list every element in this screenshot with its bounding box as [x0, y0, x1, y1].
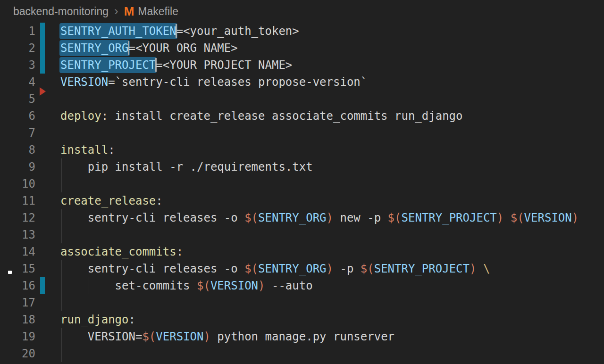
code-text[interactable]: install:: [60, 141, 115, 158]
line-number[interactable]: 16: [0, 277, 35, 294]
code-text[interactable]: pip install -r ./requirements.txt: [60, 158, 313, 175]
code-token: : install create_release associate_commi…: [101, 109, 463, 123]
code-token: SENTRY_PROJECT: [402, 211, 497, 224]
makefile-icon: M: [124, 4, 134, 19]
code-token: [503, 211, 510, 224]
line-number[interactable]: 6: [0, 108, 35, 124]
code-token: SENTRY_PROJECT: [374, 262, 470, 275]
code-token: :: [176, 245, 183, 258]
line-number[interactable]: 7: [0, 124, 35, 141]
code-text[interactable]: SENTRY_PROJECT=<YOUR PROJECT NAME>: [60, 57, 292, 74]
code-line-18[interactable]: 18run_django:: [0, 311, 604, 328]
line-number[interactable]: 5: [0, 91, 35, 108]
code-text[interactable]: create_release:: [60, 192, 163, 209]
line-number[interactable]: 9: [0, 158, 35, 175]
code-token: VERSION: [60, 75, 108, 89]
code-token: $(: [142, 330, 156, 343]
line-number[interactable]: 2: [0, 40, 35, 57]
line-number[interactable]: 4: [0, 74, 35, 91]
code-line-13[interactable]: 13: [0, 226, 604, 243]
code-text[interactable]: SENTRY_ORG=<YOUR ORG NAME>: [60, 40, 238, 57]
modified-line-indicator: [40, 277, 45, 294]
code-line-17[interactable]: 17: [0, 294, 604, 311]
code-token: associate_commits: [60, 245, 176, 258]
code-token: -p: [333, 262, 361, 275]
code-line-6[interactable]: 6deploy: install create_release associat…: [0, 108, 604, 124]
code-text[interactable]: run_django:: [60, 311, 135, 328]
line-number[interactable]: 10: [0, 175, 35, 192]
code-token: create_release: [60, 194, 156, 207]
code-line-10[interactable]: 10: [0, 175, 604, 192]
code-token: set-commits: [60, 279, 197, 292]
line-number[interactable]: 19: [0, 328, 35, 345]
code-token: sentry-cli releases -o: [60, 262, 244, 275]
code-text[interactable]: VERSION=`sentry-cli releases propose-ver…: [60, 74, 367, 91]
code-line-19[interactable]: 19 VERSION=$(VERSION) python manage.py r…: [0, 328, 604, 345]
code-token: ): [497, 211, 503, 224]
code-text[interactable]: SENTRY_AUTH_TOKEN=<your_auth_token>: [60, 23, 299, 40]
code-line-7[interactable]: 7: [0, 124, 604, 141]
code-text[interactable]: sentry-cli releases -o $(SENTRY_ORG) -p …: [60, 260, 490, 277]
code-line-9[interactable]: 9 pip install -r ./requirements.txt: [0, 158, 604, 175]
line-number[interactable]: 15: [0, 260, 35, 277]
code-token: SENTRY_ORG: [258, 211, 327, 224]
code-token: VERSION: [156, 330, 203, 343]
code-token: :: [129, 313, 135, 326]
code-line-15[interactable]: 15 sentry-cli releases -o $(SENTRY_ORG) …: [0, 260, 604, 277]
modified-line-indicator: [40, 57, 45, 74]
code-token: VERSION: [210, 279, 258, 292]
code-token: ): [203, 330, 210, 343]
code-token: \: [483, 262, 490, 275]
line-number[interactable]: 18: [0, 311, 35, 328]
code-line-12[interactable]: 12 sentry-cli releases -o $(SENTRY_ORG) …: [0, 209, 604, 226]
line-number[interactable]: 14: [0, 243, 35, 260]
code-line-16[interactable]: 16 set-commits $(VERSION) --auto: [0, 277, 604, 294]
line-number[interactable]: 1: [0, 23, 35, 40]
code-token: $(: [361, 262, 374, 275]
code-line-20[interactable]: 20: [0, 345, 604, 362]
code-token: $(: [388, 211, 402, 224]
line-number[interactable]: 8: [0, 141, 35, 158]
code-text[interactable]: VERSION=$(VERSION) python manage.py runs…: [60, 328, 394, 345]
modified-line-indicator: [40, 23, 45, 40]
code-token: $(: [244, 262, 258, 275]
code-line-5[interactable]: 5: [0, 91, 604, 108]
line-number[interactable]: 3: [0, 57, 35, 74]
code-token: [476, 262, 483, 275]
code-line-8[interactable]: 8install:: [0, 141, 604, 158]
code-token: :: [156, 194, 162, 207]
code-area[interactable]: 1SENTRY_AUTH_TOKEN=<your_auth_token>2SEN…: [0, 23, 604, 362]
line-number[interactable]: 11: [0, 192, 35, 209]
code-text[interactable]: associate_commits:: [60, 243, 183, 260]
editor-window: backend-monitoring › M Makefile 1SENTRY_…: [0, 0, 604, 364]
chevron-right-icon: ›: [114, 4, 118, 18]
code-token: $(: [197, 279, 210, 292]
code-token: ): [327, 211, 333, 224]
breadcrumb-folder[interactable]: backend-monitoring: [13, 5, 109, 18]
code-text[interactable]: deploy: install create_release associate…: [60, 108, 463, 124]
breadcrumb-file[interactable]: Makefile: [138, 5, 178, 18]
code-text[interactable]: set-commits $(VERSION) --auto: [60, 277, 313, 294]
code-text[interactable]: sentry-cli releases -o $(SENTRY_ORG) new…: [60, 209, 579, 226]
code-token: VERSION: [524, 211, 572, 224]
code-token: =<YOUR PROJECT NAME>: [156, 58, 292, 72]
code-line-11[interactable]: 11create_release:: [0, 192, 604, 209]
code-line-4[interactable]: 4VERSION=`sentry-cli releases propose-ve…: [0, 74, 604, 91]
modified-line-indicator: [40, 40, 45, 57]
line-number[interactable]: 20: [0, 345, 35, 362]
line-number[interactable]: 12: [0, 209, 35, 226]
line-number[interactable]: 17: [0, 294, 35, 311]
code-token: =<YOUR ORG NAME>: [129, 41, 238, 55]
code-line-14[interactable]: 14associate_commits:: [0, 243, 604, 260]
code-line-1[interactable]: 1SENTRY_AUTH_TOKEN=<your_auth_token>: [0, 23, 604, 40]
selected-text: SENTRY_PROJECT: [59, 57, 157, 73]
selected-text: SENTRY_AUTH_TOKEN: [59, 23, 177, 39]
code-token: =<your_auth_token>: [176, 25, 299, 38]
code-token: SENTRY_ORG: [258, 262, 327, 275]
code-line-3[interactable]: 3SENTRY_PROJECT=<YOUR PROJECT NAME>: [0, 57, 604, 74]
line-number[interactable]: 13: [0, 226, 35, 243]
code-token: :: [108, 143, 115, 157]
code-token: run_django: [60, 313, 129, 326]
code-line-2[interactable]: 2SENTRY_ORG=<YOUR ORG NAME>: [0, 40, 604, 57]
code-token: ): [572, 211, 579, 224]
